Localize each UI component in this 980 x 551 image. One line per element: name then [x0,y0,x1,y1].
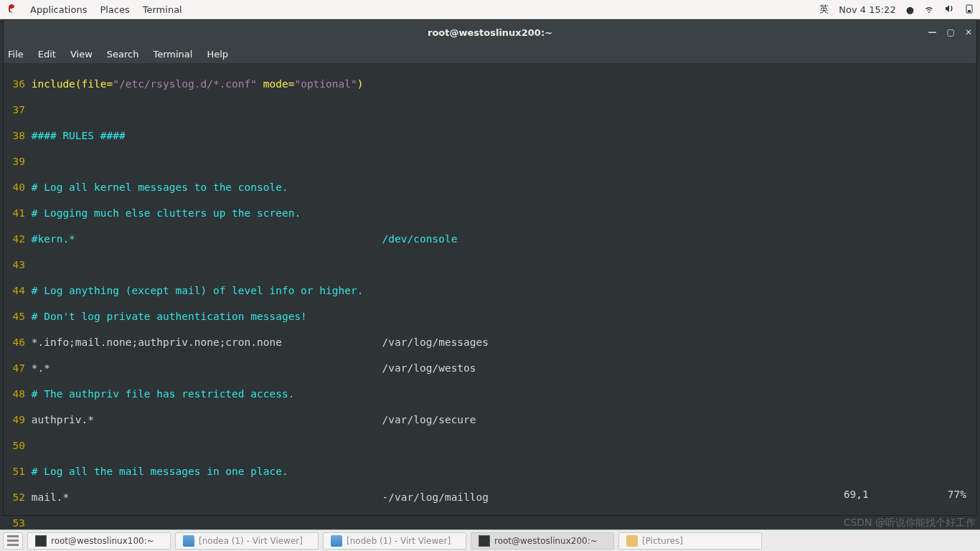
terminal-menubar: File Edit View Search Terminal Help [4,44,976,63]
task-terminal-200[interactable]: root@westoslinux200:~ [471,532,614,550]
menu-search[interactable]: Search [107,49,139,60]
cursor-position: 69,1 [844,488,869,501]
close-button[interactable]: ✕ [965,27,972,37]
minimize-button[interactable]: — [928,27,937,37]
workspace-switcher[interactable] [3,532,23,550]
panel-places[interactable]: Places [100,4,129,15]
code-line: 37 [8,103,976,116]
code-line: 42 #kern.* /dev/console [8,232,976,245]
window-title: root@westoslinux200:~ [428,27,552,38]
code-line: 41 # Logging much else clutters up the s… [8,207,976,220]
code-line: 53 [8,517,976,529]
gnome-top-panel: Applications Places Terminal 英 Nov 4 15:… [0,0,980,19]
virt-viewer-icon [183,535,194,547]
wifi-icon[interactable] [924,4,934,16]
terminal-window: root@westoslinux200:~ — ▢ ✕ File Edit Vi… [3,19,977,516]
code-line: 49 authpriv.* /var/log/secure [8,413,976,426]
workspace-icon [7,535,19,547]
code-line: 38 #### RULES #### [8,129,976,142]
power-icon[interactable] [964,4,974,16]
code-line: 40 # Log all kernel messages to the cons… [8,181,976,194]
clock[interactable]: Nov 4 15:22 [839,4,895,15]
menu-view[interactable]: View [70,49,93,60]
dot-indicator-icon: ● [906,4,914,15]
panel-applications[interactable]: Applications [30,4,87,15]
bottom-taskbar: root@westoslinux100:~ [nodea (1) - Virt … [0,529,980,551]
code-line: 39 [8,155,976,168]
task-terminal-100[interactable]: root@westoslinux100:~ [27,532,171,550]
terminal-icon [35,535,47,547]
code-line: 50 [8,439,976,452]
code-line: 36 include(file="/etc/rsyslog.d/*.conf" … [8,77,976,90]
window-titlebar[interactable]: root@westoslinux200:~ — ▢ ✕ [4,20,976,44]
menu-terminal[interactable]: Terminal [153,49,192,60]
menu-help[interactable]: Help [207,49,228,60]
panel-terminal[interactable]: Terminal [143,4,182,15]
code-line: 47 *.* /var/log/westos [8,362,976,375]
code-line: 46 *.info;mail.none;authpriv.none;cron.n… [8,336,976,349]
virt-viewer-icon [331,535,342,547]
folder-icon [626,535,638,547]
menu-file[interactable]: File [8,49,24,60]
terminal-icon [479,535,490,547]
code-line: 48 # The authpriv file has restricted ac… [8,387,976,400]
task-virtviewer-nodeb[interactable]: [nodeb (1) - Virt Viewer] [323,532,466,550]
vim-editor[interactable]: 36 include(file="/etc/rsyslog.d/*.conf" … [4,63,976,515]
code-line: 43 [8,258,976,271]
volume-icon[interactable] [944,4,954,16]
task-virtviewer-nodea[interactable]: [nodea (1) - Virt Viewer] [175,532,319,550]
input-method-indicator[interactable]: 英 [819,3,829,16]
vim-status-line: 69,177% [806,475,966,514]
fedora-logo-icon [6,4,17,15]
svg-rect-1 [968,10,971,12]
task-pictures[interactable]: [Pictures] [618,532,762,550]
code-line: 44 # Log anything (except mail) of level… [8,284,976,297]
menu-edit[interactable]: Edit [38,49,56,60]
scroll-percentage: 77% [948,488,966,501]
code-line: 45 # Don't log private authentication me… [8,310,976,323]
maximize-button[interactable]: ▢ [947,27,955,37]
